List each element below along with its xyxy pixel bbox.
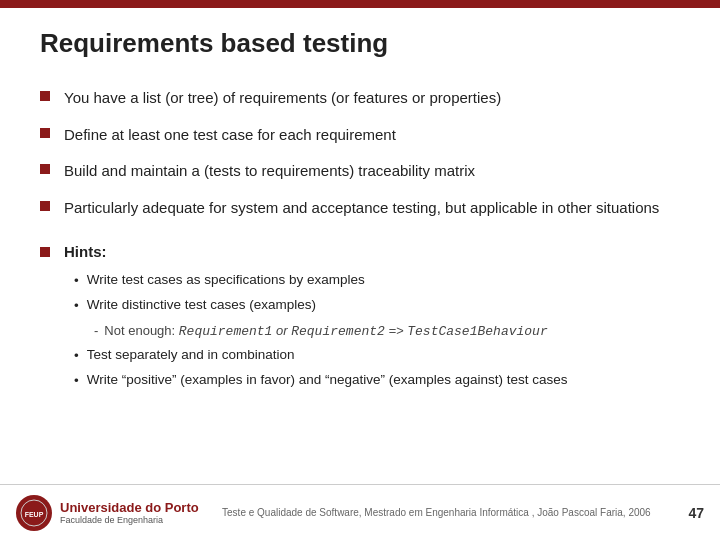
hint-text: Write distinctive test cases (examples) — [87, 295, 316, 315]
feup-text-block: Universidade do Porto Faculdade de Engen… — [60, 500, 199, 525]
list-item: • Write distinctive test cases (examples… — [74, 295, 680, 316]
dash-icon: - — [94, 321, 98, 341]
sub-code3: TestCase1Behaviour — [407, 324, 547, 339]
list-item: • Test separately and in combination — [74, 345, 680, 366]
list-item: • Write test cases as specifications by … — [74, 270, 680, 291]
list-item: You have a list (or tree) of requirement… — [40, 87, 680, 110]
sub-code1: Requirement1 — [179, 324, 273, 339]
hint-text: Write “positive” (examples in favor) and… — [87, 370, 568, 390]
sub-not-enough: Not enough: — [104, 323, 178, 338]
feup-logo: FEUP Universidade do Porto Faculdade de … — [16, 495, 199, 531]
list-item: • Write “positive” (examples in favor) a… — [74, 370, 680, 391]
top-bar — [0, 0, 720, 8]
list-item: Particularly adequate for system and acc… — [40, 197, 680, 220]
faculty-name: Faculdade de Engenharia — [60, 515, 199, 525]
hints-section: Hints: • Write test cases as specificati… — [40, 243, 680, 392]
sub-arrow: => — [385, 323, 407, 338]
hints-header: Hints: — [40, 243, 680, 260]
list-item: Build and maintain a (tests to requireme… — [40, 160, 680, 183]
dot-icon: • — [74, 296, 79, 316]
bullet-text: You have a list (or tree) of requirement… — [64, 87, 680, 110]
svg-text:FEUP: FEUP — [25, 511, 44, 518]
hints-label: Hints: — [64, 243, 107, 260]
bullet-text: Define at least one test case for each r… — [64, 124, 680, 147]
page-number: 47 — [674, 505, 704, 521]
sub-text: Not enough: Requirement1 or Requirement2… — [104, 321, 547, 342]
bullet-list: You have a list (or tree) of requirement… — [40, 87, 680, 219]
hint-text: Test separately and in combination — [87, 345, 295, 365]
bullet-icon — [40, 201, 50, 211]
sub-code2: Requirement2 — [291, 324, 385, 339]
feup-emblem-icon: FEUP — [20, 499, 48, 527]
university-name: Universidade do Porto — [60, 500, 199, 515]
list-item: Define at least one test case for each r… — [40, 124, 680, 147]
bullet-text: Particularly adequate for system and acc… — [64, 197, 680, 220]
hints-inner: • Write test cases as specifications by … — [74, 270, 680, 392]
feup-circle-icon: FEUP — [16, 495, 52, 531]
bullet-icon — [40, 91, 50, 101]
bullet-icon — [40, 128, 50, 138]
dot-icon: • — [74, 371, 79, 391]
dot-icon: • — [74, 346, 79, 366]
page-title: Requirements based testing — [40, 28, 680, 59]
bullet-text: Build and maintain a (tests to requireme… — [64, 160, 680, 183]
dot-icon: • — [74, 271, 79, 291]
bullet-icon — [40, 247, 50, 257]
hint-text: Write test cases as specifications by ex… — [87, 270, 365, 290]
footer: FEUP Universidade do Porto Faculdade de … — [0, 484, 720, 540]
main-content: Requirements based testing You have a li… — [40, 8, 680, 480]
bullet-icon — [40, 164, 50, 174]
sub-item: - Not enough: Requirement1 or Requiremen… — [94, 321, 680, 342]
sub-or: or — [272, 323, 291, 338]
footer-center-text: Teste e Qualidade de Software, Mestrado … — [199, 507, 674, 518]
